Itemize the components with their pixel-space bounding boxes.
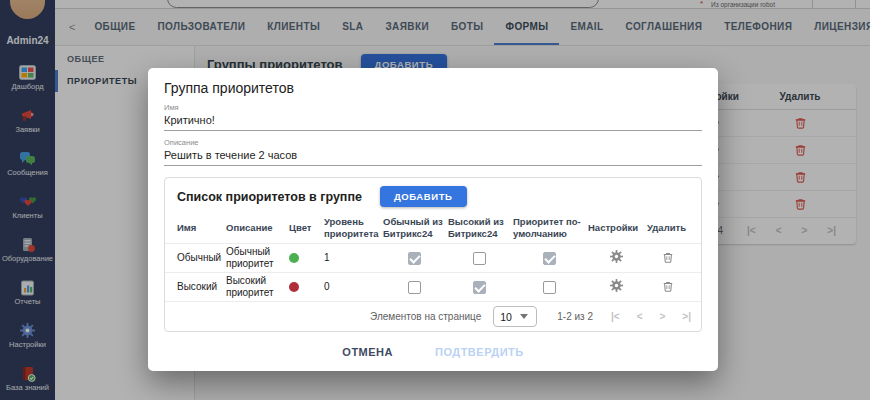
col-settings: Настройки (588, 222, 644, 234)
priority-row-high: Высокий Высокий приоритет 0 (165, 272, 701, 301)
confirm-button[interactable]: ПОДТВЕРДИТЬ (429, 345, 530, 359)
delete-trash-icon[interactable] (662, 280, 674, 295)
add-priority-button[interactable]: ДОБАВИТЬ (380, 186, 467, 207)
priority-list-pagination: Элементов на странице 10 1-2 из 2 |< < >… (165, 301, 701, 331)
name-field-value[interactable]: Критично! (164, 114, 702, 126)
items-per-page-label: Элементов на странице (370, 311, 481, 322)
priority-level: 0 (324, 281, 380, 293)
normal-from-bitrix-checkbox[interactable] (408, 281, 421, 294)
col-high: Высокий из Битрикс24 (448, 216, 510, 240)
pagination-range: 1-2 из 2 (557, 311, 593, 322)
col-desc: Описание (226, 222, 286, 234)
dialog-title: Группа приоритетов (164, 80, 702, 96)
next-page-icon[interactable]: > (660, 311, 666, 322)
description-field-value[interactable]: Решить в течение 2 часов (164, 149, 702, 161)
chevron-down-icon (520, 314, 528, 319)
col-color: Цвет (289, 222, 321, 234)
page-size-value: 10 (500, 311, 512, 323)
col-delete: Удалить (647, 222, 689, 234)
prev-page-icon[interactable]: < (637, 311, 643, 322)
col-default: Приоритет по-умолчанию (513, 216, 585, 240)
priority-level: 1 (324, 252, 380, 264)
priority-list-card: Список приоритетов в группе ДОБАВИТЬ Имя… (164, 177, 702, 332)
col-name: Имя (177, 222, 223, 234)
description-field[interactable]: Описание Решить в течение 2 часов (164, 138, 702, 166)
high-from-bitrix-checkbox[interactable] (473, 281, 486, 294)
priority-name: Высокий (177, 281, 223, 293)
priority-list-title: Список приоритетов в группе (177, 190, 362, 204)
first-page-icon[interactable]: |< (611, 311, 620, 322)
description-field-label: Описание (164, 138, 702, 147)
normal-from-bitrix-checkbox[interactable] (408, 252, 421, 265)
col-level: Уровень приоритета (324, 216, 380, 240)
default-priority-checkbox[interactable] (543, 252, 556, 265)
settings-gear-icon[interactable] (610, 279, 623, 295)
delete-trash-icon[interactable] (662, 251, 674, 266)
color-dot (289, 253, 299, 263)
settings-gear-icon[interactable] (610, 250, 623, 266)
cancel-button[interactable]: ОТМЕНА (336, 345, 399, 359)
priority-group-dialog: Группа приоритетов Имя Критично! Описани… (148, 68, 718, 371)
high-from-bitrix-checkbox[interactable] (473, 252, 486, 265)
app-window: Admin24 Дашборд Заявки Сообщения Клиенты (0, 0, 870, 400)
name-field[interactable]: Имя Критично! (164, 103, 702, 131)
name-field-label: Имя (164, 103, 702, 112)
priority-row-normal: Обычный Обычный приоритет 1 (165, 243, 701, 272)
page-size-select[interactable]: 10 (493, 306, 537, 327)
color-dot (289, 282, 299, 292)
priority-name: Обычный (177, 252, 223, 264)
priority-table-header: Имя Описание Цвет Уровень приоритета Обы… (165, 213, 701, 243)
priority-description: Высокий приоритет (226, 275, 286, 299)
last-page-icon[interactable]: >| (682, 311, 691, 322)
priority-description: Обычный приоритет (226, 246, 286, 270)
col-normal: Обычный из Битрикс24 (383, 216, 445, 240)
default-priority-checkbox[interactable] (543, 281, 556, 294)
